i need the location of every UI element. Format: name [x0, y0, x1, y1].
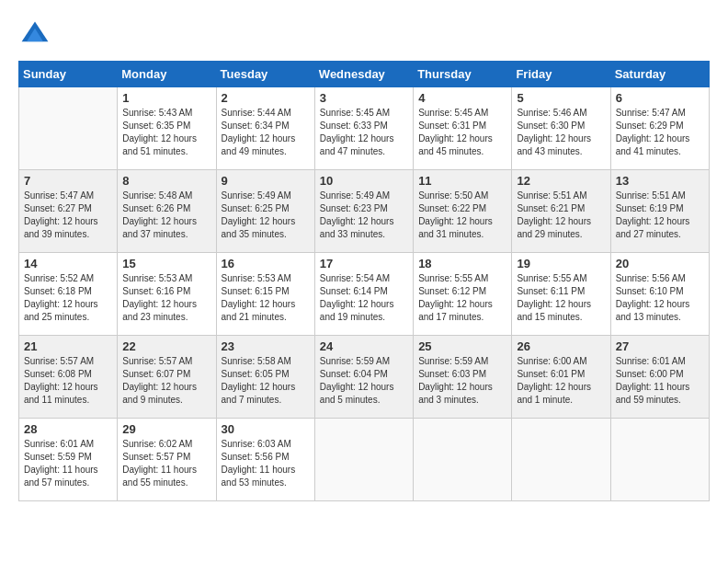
weekday-header-friday: Friday	[512, 62, 610, 87]
day-number: 22	[122, 339, 210, 353]
day-info: Sunrise: 5:50 AM Sunset: 6:22 PM Dayligh…	[418, 190, 506, 241]
day-info: Sunrise: 5:57 AM Sunset: 6:08 PM Dayligh…	[24, 355, 112, 407]
calendar-cell: 27Sunrise: 6:01 AM Sunset: 6:00 PM Dayli…	[610, 336, 709, 419]
calendar-cell: 22Sunrise: 5:57 AM Sunset: 6:07 PM Dayli…	[118, 336, 216, 419]
weekday-header-saturday: Saturday	[610, 62, 709, 87]
day-info: Sunrise: 5:47 AM Sunset: 6:29 PM Dayligh…	[616, 107, 704, 158]
day-number: 28	[24, 422, 112, 436]
day-number: 30	[222, 422, 310, 436]
day-number: 3	[320, 91, 408, 105]
day-info: Sunrise: 5:49 AM Sunset: 6:23 PM Dayligh…	[320, 190, 408, 241]
day-info: Sunrise: 5:52 AM Sunset: 6:18 PM Dayligh…	[24, 272, 112, 324]
day-info: Sunrise: 5:59 AM Sunset: 6:04 PM Dayligh…	[320, 355, 408, 407]
calendar: SundayMondayTuesdayWednesdayThursdayFrid…	[18, 61, 710, 501]
day-number: 1	[122, 91, 210, 105]
day-number: 26	[517, 339, 605, 353]
day-number: 8	[122, 174, 210, 188]
day-info: Sunrise: 5:51 AM Sunset: 6:19 PM Dayligh…	[616, 190, 704, 241]
calendar-cell: 12Sunrise: 5:51 AM Sunset: 6:21 PM Dayli…	[512, 170, 610, 253]
day-info: Sunrise: 6:02 AM Sunset: 5:57 PM Dayligh…	[122, 438, 210, 489]
calendar-cell	[610, 419, 709, 501]
day-info: Sunrise: 5:48 AM Sunset: 6:26 PM Dayligh…	[122, 190, 210, 241]
calendar-cell: 18Sunrise: 5:55 AM Sunset: 6:12 PM Dayli…	[414, 253, 512, 336]
calendar-cell: 28Sunrise: 6:01 AM Sunset: 5:59 PM Dayli…	[19, 419, 118, 501]
calendar-cell: 9Sunrise: 5:49 AM Sunset: 6:25 PM Daylig…	[216, 170, 314, 253]
calendar-cell: 8Sunrise: 5:48 AM Sunset: 6:26 PM Daylig…	[118, 170, 216, 253]
day-number: 29	[122, 422, 210, 436]
day-number: 23	[222, 339, 310, 353]
day-info: Sunrise: 6:03 AM Sunset: 5:56 PM Dayligh…	[222, 438, 310, 489]
weekday-header-wednesday: Wednesday	[314, 62, 413, 87]
weekday-header-monday: Monday	[118, 62, 216, 87]
calendar-cell: 2Sunrise: 5:44 AM Sunset: 6:34 PM Daylig…	[216, 87, 314, 170]
calendar-cell: 1Sunrise: 5:43 AM Sunset: 6:35 PM Daylig…	[118, 87, 216, 170]
calendar-cell: 30Sunrise: 6:03 AM Sunset: 5:56 PM Dayli…	[216, 419, 314, 501]
calendar-cell	[512, 419, 610, 501]
day-number: 14	[24, 257, 112, 270]
day-info: Sunrise: 5:55 AM Sunset: 6:12 PM Dayligh…	[418, 272, 506, 324]
day-info: Sunrise: 6:01 AM Sunset: 5:59 PM Dayligh…	[24, 438, 112, 489]
calendar-cell: 19Sunrise: 5:55 AM Sunset: 6:11 PM Dayli…	[512, 253, 610, 336]
calendar-cell: 15Sunrise: 5:53 AM Sunset: 6:16 PM Dayli…	[118, 253, 216, 336]
day-info: Sunrise: 5:56 AM Sunset: 6:10 PM Dayligh…	[616, 272, 704, 324]
day-number: 27	[616, 339, 704, 353]
weekday-header-tuesday: Tuesday	[216, 62, 314, 87]
day-number: 24	[320, 339, 408, 353]
calendar-cell: 7Sunrise: 5:47 AM Sunset: 6:27 PM Daylig…	[19, 170, 118, 253]
day-info: Sunrise: 5:43 AM Sunset: 6:35 PM Dayligh…	[122, 107, 210, 158]
logo	[18, 18, 55, 52]
day-number: 16	[222, 257, 310, 270]
calendar-cell: 21Sunrise: 5:57 AM Sunset: 6:08 PM Dayli…	[19, 336, 118, 419]
day-number: 7	[24, 174, 112, 188]
day-info: Sunrise: 5:53 AM Sunset: 6:15 PM Dayligh…	[222, 272, 310, 324]
calendar-cell: 17Sunrise: 5:54 AM Sunset: 6:14 PM Dayli…	[314, 253, 413, 336]
day-number: 21	[24, 339, 112, 353]
day-number: 25	[418, 339, 506, 353]
weekday-header-thursday: Thursday	[414, 62, 512, 87]
calendar-cell: 16Sunrise: 5:53 AM Sunset: 6:15 PM Dayli…	[216, 253, 314, 336]
calendar-cell: 29Sunrise: 6:02 AM Sunset: 5:57 PM Dayli…	[118, 419, 216, 501]
day-info: Sunrise: 5:47 AM Sunset: 6:27 PM Dayligh…	[24, 190, 112, 241]
day-info: Sunrise: 5:46 AM Sunset: 6:30 PM Dayligh…	[517, 107, 605, 158]
calendar-cell: 11Sunrise: 5:50 AM Sunset: 6:22 PM Dayli…	[414, 170, 512, 253]
calendar-cell: 6Sunrise: 5:47 AM Sunset: 6:29 PM Daylig…	[610, 87, 709, 170]
day-info: Sunrise: 6:01 AM Sunset: 6:00 PM Dayligh…	[616, 355, 704, 407]
weekday-header-row: SundayMondayTuesdayWednesdayThursdayFrid…	[19, 62, 710, 87]
day-info: Sunrise: 5:55 AM Sunset: 6:11 PM Dayligh…	[517, 272, 605, 324]
calendar-week-row: 7Sunrise: 5:47 AM Sunset: 6:27 PM Daylig…	[19, 170, 710, 253]
day-number: 4	[418, 91, 506, 105]
calendar-week-row: 28Sunrise: 6:01 AM Sunset: 5:59 PM Dayli…	[19, 419, 710, 501]
calendar-week-row: 14Sunrise: 5:52 AM Sunset: 6:18 PM Dayli…	[19, 253, 710, 336]
day-number: 10	[320, 174, 408, 188]
calendar-cell: 4Sunrise: 5:45 AM Sunset: 6:31 PM Daylig…	[414, 87, 512, 170]
day-info: Sunrise: 5:45 AM Sunset: 6:31 PM Dayligh…	[418, 107, 506, 158]
calendar-week-row: 1Sunrise: 5:43 AM Sunset: 6:35 PM Daylig…	[19, 87, 710, 170]
day-info: Sunrise: 5:54 AM Sunset: 6:14 PM Dayligh…	[320, 272, 408, 324]
calendar-cell: 26Sunrise: 6:00 AM Sunset: 6:01 PM Dayli…	[512, 336, 610, 419]
calendar-body: 1Sunrise: 5:43 AM Sunset: 6:35 PM Daylig…	[19, 87, 710, 501]
day-number: 20	[616, 257, 704, 270]
calendar-cell: 10Sunrise: 5:49 AM Sunset: 6:23 PM Dayli…	[314, 170, 413, 253]
calendar-cell: 3Sunrise: 5:45 AM Sunset: 6:33 PM Daylig…	[314, 87, 413, 170]
day-info: Sunrise: 5:49 AM Sunset: 6:25 PM Dayligh…	[222, 190, 310, 241]
day-number: 12	[517, 174, 605, 188]
day-number: 19	[517, 257, 605, 270]
day-info: Sunrise: 5:53 AM Sunset: 6:16 PM Dayligh…	[122, 272, 210, 324]
calendar-cell	[314, 419, 413, 501]
day-info: Sunrise: 5:51 AM Sunset: 6:21 PM Dayligh…	[517, 190, 605, 241]
calendar-cell	[19, 87, 118, 170]
day-number: 6	[616, 91, 704, 105]
calendar-cell	[414, 419, 512, 501]
day-info: Sunrise: 5:45 AM Sunset: 6:33 PM Dayligh…	[320, 107, 408, 158]
page-header	[18, 18, 710, 52]
day-number: 15	[122, 257, 210, 270]
day-number: 2	[222, 91, 310, 105]
calendar-cell: 5Sunrise: 5:46 AM Sunset: 6:30 PM Daylig…	[512, 87, 610, 170]
day-number: 5	[517, 91, 605, 105]
day-info: Sunrise: 5:58 AM Sunset: 6:05 PM Dayligh…	[222, 355, 310, 407]
day-info: Sunrise: 6:00 AM Sunset: 6:01 PM Dayligh…	[517, 355, 605, 407]
day-number: 9	[222, 174, 310, 188]
day-info: Sunrise: 5:59 AM Sunset: 6:03 PM Dayligh…	[418, 355, 506, 407]
day-number: 17	[320, 257, 408, 270]
day-info: Sunrise: 5:44 AM Sunset: 6:34 PM Dayligh…	[222, 107, 310, 158]
